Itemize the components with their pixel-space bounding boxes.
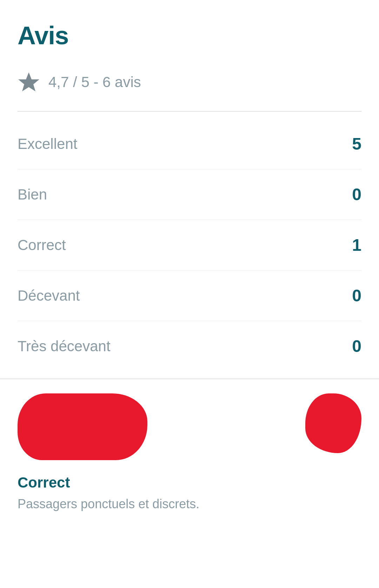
rating-item: Bien0 (18, 169, 361, 220)
rating-item: Excellent5 (18, 119, 361, 169)
rating-list: Excellent5Bien0Correct1Décevant0Très déc… (18, 119, 361, 371)
rating-item-label: Très décevant (18, 338, 111, 355)
star-icon (18, 71, 40, 93)
rating-item-label: Correct (18, 237, 66, 254)
rating-item-count: 0 (352, 286, 361, 305)
review-content: Correct Passagers ponctuels et discrets. (0, 460, 379, 525)
review-title: Correct (18, 474, 361, 491)
rating-item-count: 5 (352, 134, 361, 153)
rating-row: 4,7 / 5 - 6 avis (18, 71, 361, 93)
red-blob-left (18, 393, 147, 460)
rating-summary-text: 4,7 / 5 - 6 avis (48, 74, 141, 91)
top-divider (18, 111, 361, 112)
rating-item: Très décevant0 (18, 321, 361, 371)
rating-item-label: Bien (18, 186, 47, 203)
svg-marker-0 (18, 72, 39, 91)
page-container: Avis 4,7 / 5 - 6 avis Excellent5Bien0Cor… (0, 0, 379, 588)
rating-item-label: Décevant (18, 287, 80, 304)
rating-item: Décevant0 (18, 270, 361, 321)
rating-item-count: 1 (352, 235, 361, 255)
review-image-left (18, 393, 151, 460)
review-subtitle: Passagers ponctuels et discrets. (18, 497, 361, 511)
rating-item-count: 0 (352, 185, 361, 204)
page-title: Avis (18, 21, 361, 50)
red-blob-right (305, 393, 361, 453)
rating-item-label: Excellent (18, 136, 77, 152)
top-section: Avis 4,7 / 5 - 6 avis Excellent5Bien0Cor… (0, 0, 379, 371)
rating-item-count: 0 (352, 337, 361, 356)
review-section: Correct Passagers ponctuels et discrets. (0, 379, 379, 588)
review-image-right (298, 393, 361, 460)
review-images-container (0, 379, 379, 460)
rating-item: Correct1 (18, 220, 361, 270)
